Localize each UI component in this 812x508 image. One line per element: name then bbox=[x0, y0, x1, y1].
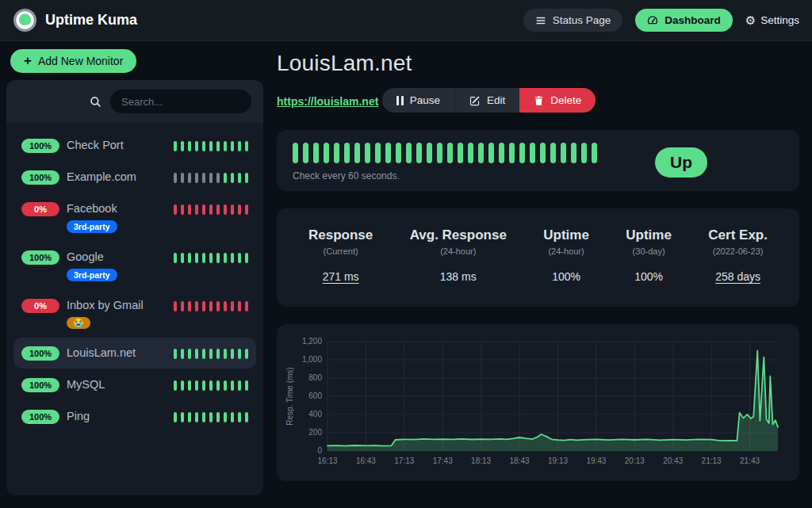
heartbeat-bar bbox=[202, 349, 205, 359]
monitor-name: Facebook bbox=[67, 201, 167, 216]
settings-label: Settings bbox=[760, 14, 799, 26]
heartbeat-bar bbox=[195, 141, 198, 151]
stat-cert-exp: Cert Exp. (2022-06-23) 258 days bbox=[708, 227, 768, 283]
edit-button[interactable]: Edit bbox=[454, 88, 519, 113]
heartbeat-bar bbox=[195, 173, 198, 183]
pause-label: Pause bbox=[410, 94, 440, 106]
uptime-badge: 0% bbox=[21, 299, 59, 313]
settings-button[interactable]: ⚙ Settings bbox=[745, 14, 799, 26]
monitor-list-item[interactable]: 100% Check Port bbox=[13, 130, 256, 161]
heartbeat-bar bbox=[365, 143, 370, 163]
mini-heartbeat bbox=[174, 301, 248, 311]
monitor-name: Inbox by Gmail bbox=[67, 298, 167, 313]
page-layout: + Add New Monitor 100% Check Port 100% E… bbox=[0, 41, 812, 495]
heartbeat-bar bbox=[303, 143, 308, 163]
heartbeat-bar bbox=[188, 173, 191, 183]
heartbeat-bar bbox=[224, 301, 227, 311]
monitor-list-item[interactable]: 100% LouisLam.net bbox=[13, 338, 256, 369]
status-page-button[interactable]: Status Page bbox=[523, 9, 623, 32]
svg-text:18:13: 18:13 bbox=[471, 456, 491, 465]
heartbeat-bar bbox=[231, 141, 234, 151]
heartbeat-bar bbox=[231, 412, 234, 422]
heartbeat-bar bbox=[313, 143, 319, 163]
heartbeat-bar bbox=[571, 143, 576, 163]
heartbeat-bar bbox=[437, 143, 442, 163]
monitor-list-item[interactable]: 0% Inbox by Gmail😭 bbox=[13, 290, 256, 337]
heartbeat-bar bbox=[202, 204, 205, 215]
chart-line bbox=[327, 351, 778, 446]
uptime-badge: 0% bbox=[21, 202, 59, 216]
heartbeat-bar bbox=[293, 143, 298, 163]
search-input[interactable] bbox=[110, 90, 251, 113]
heartbeat-bar bbox=[375, 143, 381, 163]
monitor-tag: 3rd-party bbox=[67, 220, 117, 233]
heartbeat-bar bbox=[238, 349, 241, 359]
brand[interactable]: Uptime Kuma bbox=[13, 8, 137, 32]
heartbeat-bar bbox=[188, 349, 191, 359]
uptime-badge: 100% bbox=[21, 378, 59, 392]
heartbeat-bar bbox=[188, 253, 191, 263]
dashboard-label: Dashboard bbox=[665, 14, 721, 26]
heartbeat-bar bbox=[181, 349, 184, 359]
heartbeat-bar bbox=[181, 141, 184, 151]
heartbeat-bar bbox=[499, 143, 504, 163]
heartbeat-bar bbox=[209, 349, 213, 359]
heartbeat-bar bbox=[202, 253, 205, 263]
svg-text:800: 800 bbox=[308, 373, 322, 382]
heartbeat-bar bbox=[224, 253, 227, 263]
heartbeat-bar bbox=[195, 412, 198, 422]
uptime-badge: 100% bbox=[21, 139, 59, 153]
heartbeat-bar bbox=[195, 253, 198, 263]
mini-heartbeat bbox=[174, 349, 248, 359]
add-new-monitor-button[interactable]: + Add New Monitor bbox=[10, 49, 136, 73]
plus-icon: + bbox=[24, 55, 32, 67]
heartbeat-bar bbox=[447, 143, 453, 163]
monitor-panel: 100% Check Port 100% Example.com 0% Face… bbox=[6, 80, 263, 495]
svg-text:17:43: 17:43 bbox=[433, 456, 453, 465]
uptime-badge: 100% bbox=[21, 170, 59, 185]
svg-text:20:13: 20:13 bbox=[625, 456, 645, 465]
monitor-list-item[interactable]: 0% Facebook3rd-party bbox=[13, 193, 256, 241]
heartbeat-bar bbox=[216, 141, 220, 151]
edit-pencil-icon bbox=[469, 95, 481, 106]
svg-text:400: 400 bbox=[308, 410, 322, 418]
heartbeat-bar bbox=[181, 380, 184, 391]
response-time-chart: 02004006008001,0001,20016:1316:4317:1317… bbox=[282, 334, 789, 473]
monitor-list-item[interactable]: 100% MySQL bbox=[13, 369, 256, 400]
heartbeat-bar bbox=[174, 412, 177, 422]
heartbeat-bar bbox=[238, 301, 241, 311]
heartbeat-bar bbox=[181, 301, 184, 311]
heartbeat-bar bbox=[238, 412, 241, 422]
monitor-list-item[interactable]: 100% Ping bbox=[13, 401, 256, 432]
dashboard-button[interactable]: Dashboard bbox=[635, 9, 733, 32]
chart-card: 02004006008001,0001,20016:1316:4317:1317… bbox=[277, 324, 799, 481]
heartbeat-bar bbox=[216, 349, 220, 359]
check-interval-text: Check every 60 seconds. bbox=[293, 170, 636, 181]
monitor-action-group: Pause Edit Delete bbox=[382, 88, 596, 113]
delete-button[interactable]: Delete bbox=[519, 88, 596, 113]
monitor-url-link[interactable]: https://louislam.net bbox=[277, 95, 378, 108]
mini-heartbeat bbox=[174, 141, 248, 151]
stat-response-current: Response (Current) 271 ms bbox=[308, 227, 373, 283]
monitor-list-item[interactable]: 100% Example.com bbox=[13, 162, 256, 193]
heartbeat-bar bbox=[245, 349, 248, 359]
monitor-list-item[interactable]: 100% Google3rd-party bbox=[13, 242, 256, 289]
heartbeat-bar bbox=[231, 253, 234, 263]
heartbeat-bar bbox=[209, 253, 213, 263]
heartbeat-bar bbox=[354, 143, 360, 163]
heartbeat-bar bbox=[224, 349, 227, 359]
heartbeat-bar bbox=[209, 380, 213, 391]
mini-heartbeat bbox=[174, 204, 248, 215]
pause-button[interactable]: Pause bbox=[382, 88, 454, 113]
pause-icon bbox=[396, 96, 404, 105]
svg-text:1,200: 1,200 bbox=[302, 337, 322, 346]
heartbeat-bar bbox=[181, 412, 184, 422]
heartbeat-bar bbox=[530, 143, 535, 163]
heartbeat-bar bbox=[174, 349, 177, 359]
heartbeat-bar bbox=[224, 204, 227, 215]
navbar-actions: Status Page Dashboard ⚙ Settings bbox=[523, 9, 799, 32]
heartbeat-bar bbox=[195, 204, 198, 215]
svg-text:19:43: 19:43 bbox=[586, 456, 606, 465]
heartbeat-bar bbox=[245, 141, 248, 151]
search-bar bbox=[6, 80, 263, 123]
